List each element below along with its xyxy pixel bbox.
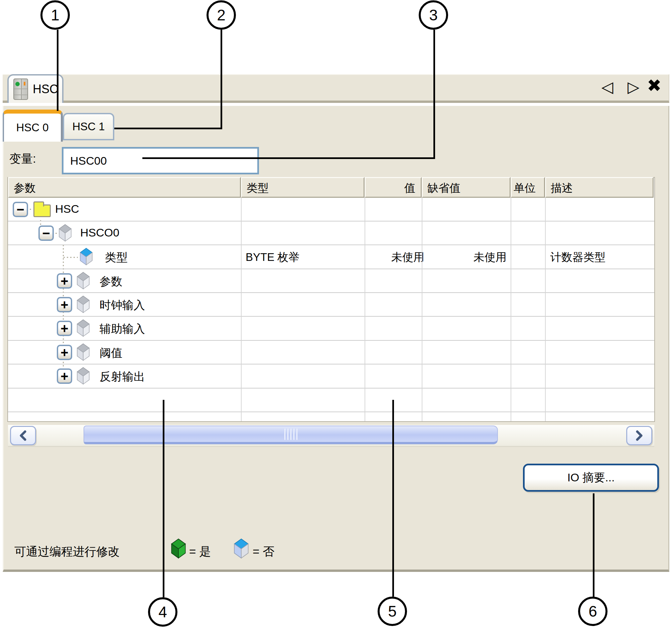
column-header-unit: 单位 [511, 177, 545, 198]
collapse-toggle[interactable]: − [13, 202, 28, 217]
legend-yes-text: = 是 [189, 544, 211, 559]
horizontal-scrollbar[interactable] [8, 425, 654, 447]
callout-2: 2 [207, 0, 236, 30]
callout-line-2 [114, 128, 222, 129]
callout-line-4 [163, 400, 164, 597]
tab-hsc0-label: HSC 0 [16, 121, 48, 134]
collapse-toggle[interactable]: − [39, 225, 54, 241]
table-row-aux-input[interactable]: + 辅助输入 [8, 317, 654, 341]
callout-line-5 [392, 400, 394, 597]
grid-line [422, 198, 423, 421]
io-summary-label: IO 摘要... [568, 470, 615, 485]
cube-gray-icon [58, 224, 72, 242]
table-row-hsco0[interactable]: − HSCO0 [8, 221, 654, 245]
nav-next-icon[interactable]: ▷ [628, 77, 639, 97]
table-row-threshold[interactable]: + 阈值 [8, 341, 654, 364]
cube-gray-icon [76, 272, 90, 289]
tree-item-label: 类型 [105, 250, 128, 265]
variable-input[interactable] [62, 147, 259, 174]
folder-icon [33, 204, 51, 217]
cube-gray-icon [76, 343, 90, 361]
tree-item-label: 时钟输入 [100, 298, 145, 313]
callout-6: 6 [578, 597, 607, 626]
column-header-value: 值 [365, 177, 422, 198]
tab-hsc0-active[interactable]: HSC 0 [3, 110, 63, 142]
screenshot-stage: HSC ◁ ▷ ✖ HSC 0 HSC 1 变量: 参数 类型 值 缺省值 单位… [0, 0, 672, 628]
legend-cube-green-icon [171, 538, 186, 558]
io-summary-button[interactable]: IO 摘要... [523, 464, 659, 492]
tree-item-label: 阈值 [100, 345, 122, 361]
window-tab-label: HSC [33, 82, 58, 96]
callout-1: 1 [41, 0, 70, 30]
tab-hsc1-label: HSC 1 [72, 120, 104, 133]
window-tab-hsc[interactable]: HSC [7, 74, 64, 103]
cube-gray-icon [76, 319, 90, 337]
legend-no-text: = 否 [253, 544, 274, 559]
chevron-left-icon [19, 430, 27, 441]
window-tab-strip [3, 74, 669, 103]
grid-line [241, 198, 242, 421]
column-header-default: 缺省值 [422, 177, 511, 198]
grid-line [365, 198, 365, 421]
scroll-right-button[interactable] [626, 426, 652, 445]
legend-cube-blue-icon [234, 538, 249, 558]
controller-device-icon [14, 78, 28, 100]
scrollbar-thumb[interactable] [83, 426, 498, 444]
tree-item-label: 反射输出 [100, 369, 145, 385]
close-icon[interactable]: ✖ [647, 75, 662, 96]
callout-line-2 [220, 30, 222, 129]
table-row-empty [8, 412, 654, 421]
callout-line-6 [593, 493, 595, 597]
tree-item-label: 参数 [100, 274, 122, 289]
tab-hsc1[interactable]: HSC 1 [63, 113, 114, 140]
expand-toggle[interactable]: + [57, 321, 72, 336]
table-row-type[interactable]: 类型 BYTE 枚举 未使用 未使用 计数器类型 [8, 245, 654, 269]
table-row-empty [8, 388, 654, 412]
cube-gray-icon [76, 367, 90, 385]
callout-line-1 [57, 30, 58, 111]
grid-line [545, 198, 546, 421]
expand-toggle[interactable]: + [57, 273, 72, 289]
variable-label: 变量: [9, 151, 36, 167]
tree-item-label: HSC [55, 202, 79, 215]
table-row-reflex-output[interactable]: + 反射输出 [8, 364, 654, 388]
legend-modifiable-text: 可通过编程进行修改 [15, 544, 120, 559]
callout-4: 4 [148, 597, 177, 627]
table-row-hsc[interactable]: − HSC [8, 198, 654, 221]
column-header-type: 类型 [241, 177, 365, 198]
callout-line-3 [433, 30, 435, 159]
scroll-left-button[interactable] [10, 426, 36, 445]
table-row-clock-input[interactable]: + 时钟输入 [8, 293, 654, 317]
cube-blue-icon [79, 248, 93, 265]
column-header-parameter: 参数 [8, 177, 241, 198]
tree-item-label: HSCO0 [80, 226, 119, 239]
table-row-parameters[interactable]: + 参数 [8, 269, 654, 293]
cube-gray-icon [76, 296, 90, 313]
cell-description: 计数器类型 [550, 250, 605, 265]
cell-type: BYTE 枚举 [246, 250, 299, 265]
cell-default: 未使用 [424, 250, 507, 265]
cell-value: 未使用 [359, 250, 424, 265]
nav-previous-icon[interactable]: ◁ [601, 77, 613, 97]
grid-line [511, 198, 511, 421]
column-header-description: 描述 [545, 177, 654, 198]
callout-line-3 [142, 157, 435, 159]
expand-toggle[interactable]: + [57, 345, 72, 360]
expand-toggle[interactable]: + [57, 297, 72, 312]
callout-5: 5 [378, 597, 407, 626]
chevron-right-icon [635, 430, 644, 441]
expand-toggle[interactable]: + [57, 368, 72, 384]
scrollbar-grip [284, 429, 297, 440]
tree-item-label: 辅助输入 [100, 321, 145, 337]
callout-3: 3 [419, 0, 448, 30]
